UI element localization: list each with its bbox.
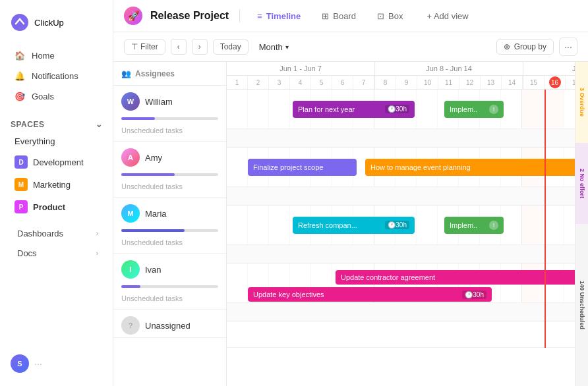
assignee-bar-william (121, 117, 218, 120)
assignee-bar-fill-maria (121, 229, 185, 232)
task-bar-key-objectives[interactable]: Update key objectives 🕐30h (248, 287, 492, 302)
divider (239, 9, 240, 22)
gcell (227, 148, 248, 186)
day-5: 5 (311, 76, 332, 89)
task-label: Plan for next year (298, 105, 355, 113)
day-7: 7 (353, 76, 374, 89)
month-selector[interactable]: Month ▾ (254, 40, 294, 55)
task-bar-refresh-company[interactable]: Refresh compan... 🕐30h (293, 217, 415, 234)
gcell (227, 263, 248, 302)
assignee-info-unassigned: ? Unassigned (113, 310, 226, 337)
sidebar-navigation: 🏠 Home 🔔 Notifications 🎯 Goals (0, 42, 113, 109)
gantt-row-maria-unscheduled (227, 245, 575, 263)
no-effort-text: 2 No effort (579, 169, 585, 198)
box-icon: ⊡ (377, 11, 384, 21)
task-alert-icon: ! (489, 221, 498, 230)
toolbar: ⊤ Filter ‹ › Today Month ▾ ⊕ Group by ··… (113, 32, 588, 62)
ellipsis-icon: ··· (34, 358, 42, 369)
assignee-row-maria: M Maria Unscheduled tasks (113, 198, 226, 254)
development-badge: D (15, 155, 28, 169)
tab-timeline[interactable]: ≡ Timeline (250, 9, 307, 24)
group-by-button[interactable]: ⊕ Group by (496, 39, 554, 55)
sidebar-item-notifications[interactable]: 🔔 Notifications (4, 66, 109, 86)
add-view-button[interactable]: + Add view (420, 9, 475, 24)
right-labels-panel: 3 Overdue 2 No effort 140 Unscheduled (575, 62, 588, 386)
sidebar-item-docs[interactable]: Docs › (4, 244, 109, 263)
task-label: Implem.. (450, 105, 477, 113)
sidebar-logo[interactable]: ClickUp (0, 8, 113, 42)
day-12: 12 (459, 76, 481, 89)
task-bar-event-planning[interactable]: How to manage event planning (365, 159, 575, 176)
project-icon: 🚀 (124, 7, 142, 25)
board-icon: ⊞ (322, 11, 329, 21)
task-bar-contractor[interactable]: Update contractor agreement (336, 270, 575, 285)
sidebar-item-goals[interactable]: 🎯 Goals (4, 86, 109, 106)
gantt-row-ivan-unscheduled (227, 303, 575, 321)
gcell (417, 206, 438, 244)
days-row-1: 1 2 3 4 5 6 7 (227, 76, 374, 89)
task-label: Finalize project scope (253, 163, 323, 171)
day-16-today: 16 (544, 76, 566, 89)
home-icon: 🏠 (15, 50, 25, 61)
tab-board[interactable]: ⊞ Board (315, 9, 363, 24)
sidebar-item-dashboards[interactable]: Dashboards › (4, 224, 109, 243)
sidebar-item-everything[interactable]: Everything (4, 132, 109, 150)
bell-icon: 🔔 (15, 70, 25, 81)
sidebar-item-home[interactable]: 🏠 Home (4, 45, 109, 65)
week-group-2: Jun 8 - Jun 14 8 9 10 11 12 13 14 (375, 62, 523, 89)
day-14: 14 (502, 76, 523, 89)
task-hours: 🕐30h (385, 105, 409, 113)
assignee-bar-fill-william (121, 117, 155, 120)
chevron-icon[interactable]: ⌄ (96, 120, 103, 129)
chevron-right-icon: › (96, 250, 98, 257)
assignee-info-amy: A Amy (113, 142, 226, 169)
week-group-1: Jun 1 - Jun 7 1 2 3 4 5 6 7 (227, 62, 375, 89)
clickup-logo-icon (11, 13, 29, 32)
sidebar-item-product[interactable]: P Product (4, 196, 109, 217)
task-bar-implem-william[interactable]: Implem.. ! (444, 101, 504, 118)
today-button[interactable]: Today (213, 39, 249, 55)
chevron-down-icon: ▾ (285, 43, 289, 51)
gcell (522, 206, 543, 244)
assignee-row-amy: A Amy Unscheduled tasks (113, 142, 226, 198)
task-bar-implem-maria[interactable]: Implem.. ! (444, 217, 504, 234)
gantt-row-william-unscheduled (227, 129, 575, 148)
gcell (543, 206, 564, 244)
assignee-bar-maria (121, 229, 218, 232)
assignee-info-maria: M Maria (113, 198, 226, 225)
assignee-row-unassigned: ? Unassigned (113, 310, 226, 338)
assignee-bar-ivan (121, 285, 218, 288)
task-label: Update key objectives (253, 290, 324, 298)
sidebar-item-marketing[interactable]: M Marketing (4, 174, 109, 195)
task-bar-plan-next-year[interactable]: Plan for next year 🕐30h (293, 101, 415, 118)
unscheduled-tasks-maria: Unscheduled tasks (113, 236, 226, 253)
right-labels-container: 3 Overdue 2 No effort 140 Unscheduled (575, 62, 588, 386)
assignee-name-amy: Amy (145, 153, 162, 163)
main-content: 🚀 Release Project ≡ Timeline ⊞ Board ⊡ B… (113, 0, 588, 386)
gantt-row-amy-unscheduled (227, 187, 575, 206)
prev-arrow-button[interactable]: ‹ (171, 39, 187, 55)
sidebar-item-development[interactable]: D Development (4, 152, 109, 173)
filter-icon: ⊤ (131, 42, 138, 51)
next-arrow-button[interactable]: › (192, 39, 208, 55)
day-9: 9 (396, 76, 417, 89)
assignee-info-william: W William (113, 86, 226, 113)
unscheduled-label: 140 Unscheduled (575, 224, 588, 386)
avatar-amy: A (121, 148, 140, 167)
filter-button[interactable]: ⊤ Filter (124, 39, 165, 55)
day-4: 4 (290, 76, 311, 89)
day-3: 3 (269, 76, 290, 89)
user-avatar-row[interactable]: S ··· (0, 349, 113, 378)
day-11: 11 (438, 76, 459, 89)
group-icon: ⊕ (504, 42, 510, 51)
tab-box[interactable]: ⊡ Box (370, 9, 409, 24)
day-8: 8 (375, 76, 396, 89)
task-bar-finalize-scope[interactable]: Finalize project scope (248, 159, 357, 176)
overdue-text: 3 Overdue (579, 88, 585, 117)
more-options-button[interactable]: ··· (559, 38, 577, 56)
gantt-row-maria: Refresh compan... 🕐30h Implem.. ! (227, 206, 575, 245)
toolbar-right: ⊕ Group by ··· (496, 38, 577, 56)
calendar-grid[interactable]: Jun 1 - Jun 7 1 2 3 4 5 6 7 Jun 8 - Jun … (227, 62, 575, 386)
target-icon: 🎯 (15, 91, 25, 101)
timeline-icon: ≡ (257, 11, 262, 21)
